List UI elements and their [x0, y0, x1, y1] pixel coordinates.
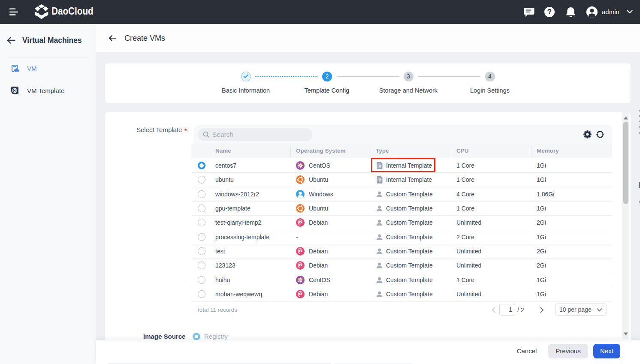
svg-text:?: ?: [547, 8, 552, 16]
